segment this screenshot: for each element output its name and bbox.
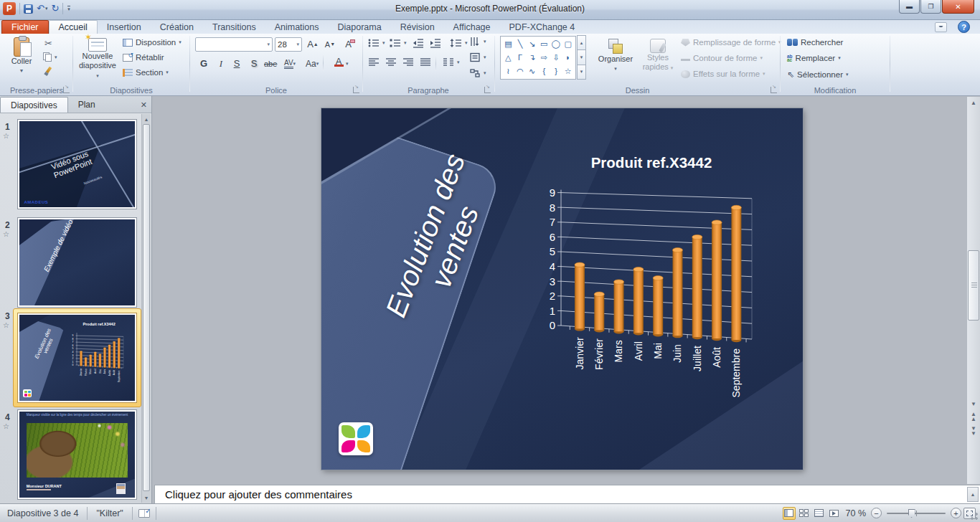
shape-triangle-icon[interactable]: △ — [505, 54, 511, 62]
shape-right-brace-icon[interactable]: } — [555, 67, 557, 75]
align-text-button[interactable]: ▾ — [470, 52, 486, 62]
shape-oval-icon[interactable]: ◯ — [552, 40, 560, 48]
slide-thumbnail-4[interactable]: Marqueur visible sur la ligne des temps … — [17, 409, 137, 500]
reset-button[interactable]: Rétablir — [123, 53, 164, 62]
close-button[interactable]: ✕ — [942, 0, 974, 14]
shrink-font-button[interactable]: A▼ — [323, 37, 337, 52]
sales-chart[interactable]: 0123456789JanvierFévrierMarsAvrilMaiJuin… — [529, 151, 782, 445]
transition-star-icon[interactable]: ☆ — [3, 132, 9, 140]
bullets-button[interactable]: ▾ — [368, 38, 385, 48]
grow-font-button[interactable]: A▲ — [306, 37, 320, 52]
shape-curve-icon[interactable]: ∿ — [529, 67, 535, 75]
shape-pie-icon[interactable]: ◗ — [565, 54, 570, 62]
next-slide-button[interactable]: ▼▼ — [967, 425, 980, 437]
new-slide-button[interactable]: Nouvelle diapositive ▾ — [77, 35, 118, 80]
shape-star-icon[interactable]: ☆ — [565, 67, 572, 75]
clipboard-dialog-launcher[interactable] — [63, 87, 70, 93]
shape-arc-icon[interactable]: ◠ — [517, 67, 524, 75]
shape-arrow-icon[interactable]: ↘ — [529, 40, 535, 48]
convert-smartart-button[interactable]: ▾ — [470, 68, 486, 78]
notes-scroll-up[interactable]: ▲ — [967, 487, 979, 502]
scroll-up-button[interactable]: ▲ — [967, 97, 980, 108]
restore-button[interactable]: ❐ — [920, 0, 941, 14]
increase-indent-button[interactable] — [430, 38, 441, 48]
bold-button[interactable]: G — [197, 56, 211, 71]
quick-styles-button[interactable]: Styles rapides ▾ — [641, 35, 675, 72]
slideshow-button[interactable] — [828, 507, 841, 520]
shape-rectangle-icon[interactable]: ▭ — [540, 40, 547, 48]
tab-diapositives[interactable]: Diapositives — [0, 97, 68, 113]
font-name-combo[interactable]: ▾ — [195, 37, 273, 52]
clear-formatting-button[interactable]: A — [343, 37, 357, 52]
drawing-dialog-launcher[interactable] — [771, 87, 777, 93]
notes-placeholder[interactable]: Cliquez pour ajouter des commentaires — [165, 488, 352, 500]
scroll-down-button[interactable]: ▼ — [967, 398, 980, 409]
tab-revision[interactable]: Révision — [391, 20, 444, 34]
decrease-indent-button[interactable] — [413, 38, 424, 48]
replace-button[interactable]: abacRemplacer▾ — [787, 54, 841, 62]
arrange-button[interactable]: Organiser ▾ — [593, 35, 638, 73]
zoom-in-button[interactable]: + — [951, 508, 961, 518]
strikethrough-button[interactable]: abe — [263, 56, 278, 71]
resize-grip[interactable] — [970, 512, 979, 521]
spell-check-icon[interactable] — [138, 509, 150, 518]
normal-view-button[interactable] — [783, 507, 796, 520]
layout-button[interactable]: Disposition▾ — [123, 38, 182, 47]
slide-thumbnail-2[interactable]: Exemple de vidéo — [17, 217, 137, 308]
tab-insertion[interactable]: Insertion — [98, 20, 151, 34]
italic-button[interactable]: I — [214, 56, 228, 71]
scroll-down-button[interactable]: ▼ — [142, 493, 151, 502]
shape-down-arrow-icon[interactable]: ⇩ — [552, 54, 559, 62]
align-center-button[interactable] — [385, 57, 397, 67]
shape-fill-button[interactable]: Remplissage de forme▾ — [681, 38, 781, 47]
reading-view-button[interactable] — [813, 507, 826, 520]
slide-thumbnail-3[interactable]: Evolution desventes Produit ref.X3442 01… — [17, 313, 137, 403]
paste-button[interactable]: Coller ▼ — [6, 35, 37, 75]
font-size-combo[interactable]: 28▾ — [275, 37, 302, 52]
tab-plan[interactable]: Plan — [68, 97, 105, 113]
shape-scribble-icon[interactable]: ≀ — [507, 67, 509, 75]
underline-button[interactable]: S — [230, 56, 244, 71]
tab-diaporama[interactable]: Diaporama — [329, 20, 391, 34]
zoom-slider[interactable] — [887, 508, 946, 518]
shape-textbox-icon[interactable]: ▤ — [504, 40, 512, 48]
change-case-button[interactable]: Aa▾ — [304, 56, 320, 71]
align-left-button[interactable] — [368, 57, 380, 67]
help-button[interactable]: ? — [958, 21, 970, 33]
shape-line-icon[interactable]: ╲ — [518, 40, 523, 48]
vertical-scrollbar[interactable]: ▲ ▼ ▲▲ ▼▼ — [966, 97, 980, 484]
format-painter-button[interactable] — [44, 67, 53, 76]
slide-sorter-button[interactable] — [798, 507, 811, 520]
shape-left-brace-icon[interactable]: { — [542, 67, 545, 75]
zoom-slider-thumb[interactable] — [908, 509, 915, 518]
shapes-scroll-up[interactable]: ▲ — [577, 35, 586, 50]
justify-button[interactable] — [420, 57, 431, 67]
shapes-gallery[interactable]: ▤╲↘▭◯▢ △Γ↴⇨⇩◗ ≀◠∿{}☆ — [500, 36, 576, 80]
notes-pane[interactable]: Cliquez pour ajouter des commentaires ▲ — [154, 485, 980, 503]
slide-thumbnail-1[interactable]: Vidéo sous PowerPoint Nouveautés AMADEUS — [17, 119, 137, 209]
shape-elbow-arrow-icon[interactable]: ↴ — [529, 54, 535, 62]
columns-button[interactable]: ▾ — [443, 57, 460, 67]
minimize-button[interactable]: ▬ — [899, 0, 920, 14]
find-button[interactable]: Rechercher — [787, 38, 843, 47]
tab-creation[interactable]: Création — [151, 20, 203, 34]
shape-effects-button[interactable]: Effets sur la forme▾ — [681, 70, 765, 78]
shape-right-arrow-icon[interactable]: ⇨ — [541, 54, 547, 62]
select-button[interactable]: ⇖Sélectionner▾ — [787, 70, 849, 80]
tab-pdf-xchange[interactable]: PDF-XChange 4 — [500, 20, 585, 34]
transition-star-icon[interactable]: ☆ — [3, 321, 9, 329]
align-right-button[interactable] — [402, 57, 414, 67]
scrollbar-thumb[interactable] — [143, 124, 150, 491]
cut-button[interactable]: ✂ — [44, 38, 52, 49]
shape-elbow-icon[interactable]: Γ — [518, 54, 522, 62]
character-spacing-button[interactable]: AV▾ — [283, 56, 297, 71]
tab-affichage[interactable]: Affichage — [444, 20, 500, 34]
transition-star-icon[interactable]: ☆ — [3, 422, 9, 430]
font-color-button[interactable]: A — [331, 54, 346, 70]
close-panel-button[interactable]: ✕ — [141, 100, 147, 110]
panel-scrollbar[interactable]: ▲ ▼ — [141, 114, 151, 503]
previous-slide-button[interactable]: ▲▲ — [967, 411, 980, 422]
tab-animations[interactable]: Animations — [265, 20, 329, 34]
text-shadow-button[interactable]: S — [247, 56, 261, 71]
scrollbar-thumb[interactable] — [968, 250, 979, 321]
